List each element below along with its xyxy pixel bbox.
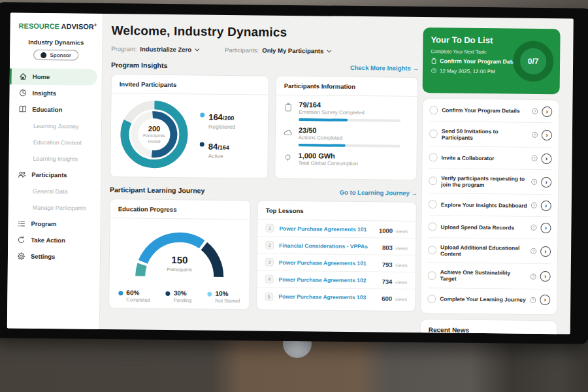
task-row[interactable]: Invite a Collaborator bbox=[429, 146, 551, 170]
participants-information-card: Participants Information 79/164 Emission… bbox=[274, 76, 418, 180]
chevron-right-icon[interactable] bbox=[540, 246, 551, 257]
lesson-link[interactable]: Power Purchase Agreements 102 bbox=[279, 276, 377, 284]
lesson-row[interactable]: 1 Power Purchase Agreements 101 1000 vie… bbox=[257, 220, 416, 238]
task-row[interactable]: Upload Additional Educational Content bbox=[428, 238, 551, 264]
info-icon[interactable] bbox=[531, 179, 537, 185]
info-row-emission-survey: 79/164 Emission Survey Completed bbox=[276, 95, 417, 122]
info-icon[interactable] bbox=[531, 273, 536, 279]
task-row[interactable]: Complete Your Learning Journey bbox=[427, 288, 550, 311]
lesson-row[interactable]: 4 Power Purchase Agreements 102 734 view… bbox=[257, 270, 415, 289]
sidebar-item-settings[interactable]: Settings bbox=[8, 248, 100, 265]
lesson-link[interactable]: Financial Considerations - VPPAs bbox=[279, 242, 377, 250]
task-row[interactable]: Confirm Your Program Details bbox=[429, 99, 552, 123]
task-checkbox[interactable] bbox=[428, 222, 436, 231]
lesson-row[interactable]: 2 Financial Considerations - VPPAs 803 v… bbox=[257, 237, 416, 255]
task-checkbox[interactable] bbox=[429, 129, 438, 138]
sidebar-item-general-data[interactable]: General Data bbox=[8, 182, 101, 199]
legend-dot bbox=[118, 291, 123, 295]
info-icon[interactable] bbox=[532, 155, 538, 161]
invited-donut-chart: 200 Participants Invited bbox=[117, 97, 191, 171]
program-filter[interactable]: Program:Industrialize Zero bbox=[111, 45, 199, 53]
monitor-bezel: RESOURCE ADVISOR+ Industry Dynamics Spon… bbox=[0, 2, 588, 344]
sponsor-badge-icon bbox=[41, 52, 46, 57]
insights-icon bbox=[19, 89, 27, 97]
sidebar: RESOURCE ADVISOR+ Industry Dynamics Spon… bbox=[7, 12, 103, 329]
info-icon[interactable] bbox=[531, 248, 536, 254]
participants-filter[interactable]: Participants:Only My Participants bbox=[225, 46, 331, 55]
chevron-right-icon[interactable] bbox=[540, 223, 551, 233]
task-checkbox[interactable] bbox=[429, 200, 437, 208]
sidebar-item-program[interactable]: Program bbox=[8, 215, 100, 232]
todo-progress-value: 0/7 bbox=[528, 57, 539, 66]
sidebar-item-label: Participants bbox=[31, 171, 67, 179]
sponsor-badge-label: Sponsor bbox=[50, 52, 71, 58]
sidebar-item-education[interactable]: Education bbox=[9, 101, 101, 118]
sidebar-item-label: Education bbox=[32, 106, 62, 113]
chevron-down-icon[interactable] bbox=[327, 48, 331, 53]
sidebar-item-learning-insights[interactable]: Learning Insights bbox=[8, 150, 101, 167]
sidebar-item-manage-participants[interactable]: Manage Participants bbox=[8, 199, 101, 216]
task-row[interactable]: Achieve One Sustainability Target bbox=[427, 263, 550, 289]
lesson-rank: 1 bbox=[265, 224, 274, 233]
chevron-down-icon[interactable] bbox=[195, 46, 199, 51]
chevron-right-icon[interactable] bbox=[540, 271, 551, 282]
task-row[interactable]: Send 50 Invitations to Participants bbox=[429, 122, 552, 148]
task-row[interactable]: Verify participants requesting to join t… bbox=[429, 169, 551, 195]
legend-item-not-started: 10% Not Started bbox=[207, 290, 240, 304]
sidebar-nav: Home Insights Education Learning Journey bbox=[8, 68, 102, 265]
lesson-link[interactable]: Power Purchase Agreements 103 bbox=[278, 293, 376, 301]
chevron-right-icon[interactable] bbox=[540, 295, 550, 305]
info-icon[interactable] bbox=[531, 203, 537, 208]
info-icon[interactable] bbox=[532, 108, 538, 114]
sidebar-item-education-content[interactable]: Education Content bbox=[9, 133, 101, 150]
info-icon[interactable] bbox=[530, 297, 536, 302]
sidebar-item-learning-journey[interactable]: Learning Journey bbox=[9, 117, 101, 134]
sidebar-item-label: Manage Participants bbox=[33, 204, 86, 211]
legend-dot bbox=[166, 291, 171, 296]
task-checkbox[interactable] bbox=[429, 176, 437, 185]
task-row[interactable]: Explore Your Insights Dashboard bbox=[429, 193, 551, 217]
sidebar-item-home[interactable]: Home bbox=[10, 68, 97, 85]
lesson-link[interactable]: Power Purchase Agreements 101 bbox=[279, 259, 377, 267]
check-more-insights-link[interactable]: Check More Insights → bbox=[350, 63, 419, 71]
task-checkbox[interactable] bbox=[428, 246, 436, 255]
arrow-right-icon: → bbox=[412, 64, 419, 71]
sidebar-item-label: Learning Insights bbox=[33, 155, 78, 162]
info-row-actions: 23/50 Actions Completed bbox=[276, 121, 417, 148]
legend-item-completed: 60% Completed bbox=[118, 289, 150, 303]
program-filter-value: Industrialize Zero bbox=[140, 46, 191, 54]
chevron-right-icon[interactable] bbox=[541, 201, 551, 211]
sponsor-badge: Sponsor bbox=[33, 50, 78, 61]
go-to-learning-journey-link[interactable]: Go to Learning Journey → bbox=[340, 188, 417, 196]
legend-dot bbox=[200, 113, 204, 118]
chevron-right-icon[interactable] bbox=[542, 130, 552, 140]
lesson-rank: 4 bbox=[265, 275, 274, 284]
lesson-row[interactable]: 3 Power Purchase Agreements 101 793 view… bbox=[257, 253, 416, 272]
education-progress-card: Education Progress 150 Participants bbox=[108, 199, 251, 310]
legend-item-active: 84/164 Active bbox=[200, 140, 235, 160]
sidebar-item-label: Program bbox=[31, 220, 56, 227]
task-checkbox[interactable] bbox=[427, 295, 436, 303]
home-icon bbox=[19, 73, 27, 81]
task-checkbox[interactable] bbox=[428, 271, 436, 280]
chevron-right-icon[interactable] bbox=[541, 177, 551, 188]
main-content: Welcome, Industry Dynamics Program:Indus… bbox=[100, 14, 423, 333]
task-checkbox[interactable] bbox=[429, 153, 438, 161]
info-icon[interactable] bbox=[531, 225, 536, 231]
education-gauge-chart: 150 Participants bbox=[110, 225, 250, 284]
sidebar-item-take-action[interactable]: Take Action bbox=[8, 231, 100, 248]
lesson-row[interactable]: 5 Power Purchase Agreements 103 600 view… bbox=[257, 287, 415, 306]
info-icon[interactable] bbox=[532, 132, 538, 138]
take-action-icon bbox=[17, 236, 25, 244]
sidebar-item-insights[interactable]: Insights bbox=[9, 84, 101, 101]
sidebar-item-label: Insights bbox=[33, 90, 57, 97]
chevron-right-icon[interactable] bbox=[541, 154, 551, 164]
collapse-tasks-link[interactable]: Collapse Tasks bbox=[427, 310, 550, 315]
task-row[interactable]: Upload Spend Data Records bbox=[428, 216, 551, 239]
education-legend: 60% Completed 30% Pending 10% bbox=[109, 282, 249, 304]
chevron-right-icon[interactable] bbox=[542, 106, 552, 116]
sidebar-item-label: Home bbox=[33, 73, 50, 80]
task-checkbox[interactable] bbox=[429, 106, 438, 114]
sidebar-item-participants[interactable]: Participants bbox=[8, 166, 101, 183]
lesson-link[interactable]: Power Purchase Agreements 101 bbox=[279, 225, 374, 233]
